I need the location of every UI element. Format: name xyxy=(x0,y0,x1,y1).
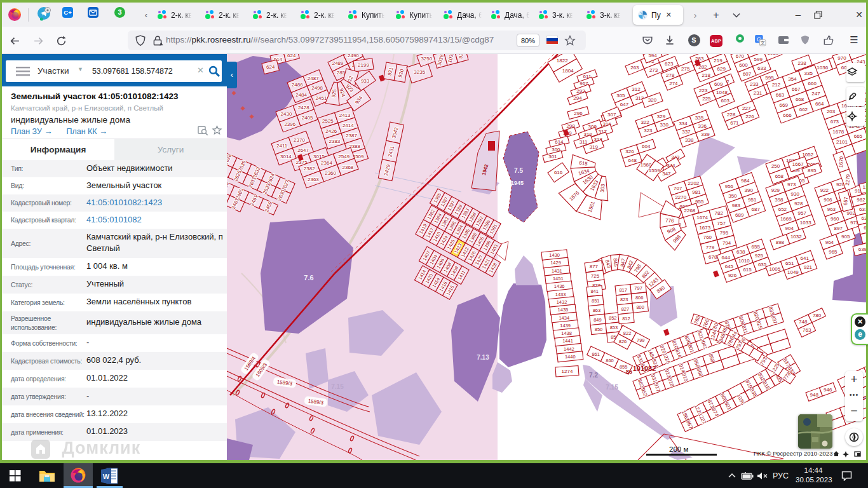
svg-text:841: 841 xyxy=(590,288,599,294)
svg-text:2279: 2279 xyxy=(844,173,851,186)
svg-text:929: 929 xyxy=(771,187,780,193)
svg-text:852: 852 xyxy=(609,315,617,321)
svg-text:274: 274 xyxy=(669,81,678,86)
svg-text:2364: 2364 xyxy=(321,160,332,166)
svg-text:1439: 1439 xyxy=(560,323,571,329)
svg-text:2430: 2430 xyxy=(281,111,292,117)
svg-text:1349: 1349 xyxy=(863,184,866,190)
svg-text:963: 963 xyxy=(827,207,836,212)
svg-text:678: 678 xyxy=(709,254,717,260)
svg-text:635: 635 xyxy=(758,262,767,268)
svg-text:984: 984 xyxy=(741,178,750,184)
svg-text:323: 323 xyxy=(644,128,653,133)
svg-text:725: 725 xyxy=(591,273,600,279)
svg-text:2368: 2368 xyxy=(342,165,354,170)
svg-text:599: 599 xyxy=(754,57,763,62)
svg-text:906: 906 xyxy=(824,197,832,203)
svg-text:1451: 1451 xyxy=(553,276,564,281)
svg-text:223: 223 xyxy=(699,88,708,93)
svg-text:860: 860 xyxy=(606,358,614,363)
svg-text:335: 335 xyxy=(695,115,704,121)
svg-text:973: 973 xyxy=(787,182,796,187)
svg-text:652: 652 xyxy=(778,207,787,212)
svg-text:1678: 1678 xyxy=(832,129,844,135)
svg-text:822: 822 xyxy=(623,330,632,336)
svg-text:85: 85 xyxy=(626,369,632,375)
svg-text:2414: 2414 xyxy=(342,123,354,128)
svg-text:1048: 1048 xyxy=(716,90,728,95)
svg-text:3014: 3014 xyxy=(280,154,292,159)
svg-text:338: 338 xyxy=(685,137,694,143)
svg-text:1670: 1670 xyxy=(838,156,845,168)
svg-text:329: 329 xyxy=(657,114,666,119)
svg-text:1033: 1033 xyxy=(800,220,811,226)
svg-text:2101: 2101 xyxy=(836,139,848,145)
svg-text:247: 247 xyxy=(811,91,820,97)
svg-text:748: 748 xyxy=(799,319,808,325)
svg-text:1440: 1440 xyxy=(565,354,576,360)
svg-text:311: 311 xyxy=(580,139,588,145)
svg-text:390: 390 xyxy=(745,187,754,193)
svg-text:218: 218 xyxy=(853,54,862,55)
svg-text:354: 354 xyxy=(788,76,797,82)
svg-text:3250: 3250 xyxy=(421,56,432,62)
svg-text:1669: 1669 xyxy=(780,216,792,222)
svg-text:227: 227 xyxy=(742,105,751,111)
svg-text:1673: 1673 xyxy=(699,225,710,231)
svg-text:336: 336 xyxy=(698,123,707,129)
svg-text:1945: 1945 xyxy=(511,180,524,186)
svg-text:2428: 2428 xyxy=(298,105,309,111)
svg-text:2405: 2405 xyxy=(302,115,313,121)
svg-text:2382: 2382 xyxy=(304,166,315,172)
svg-text:640: 640 xyxy=(864,225,866,231)
svg-text:623: 623 xyxy=(665,61,674,67)
svg-text:850: 850 xyxy=(595,327,603,332)
svg-text:928: 928 xyxy=(794,201,803,207)
svg-text:629: 629 xyxy=(717,66,726,72)
svg-text:648: 648 xyxy=(628,158,637,163)
svg-text:957: 957 xyxy=(798,210,807,216)
svg-text:905: 905 xyxy=(841,234,850,240)
svg-text:964: 964 xyxy=(825,240,834,245)
svg-text:671: 671 xyxy=(730,120,739,126)
svg-text:219: 219 xyxy=(714,58,722,64)
svg-text:337: 337 xyxy=(682,129,691,135)
svg-text:667: 667 xyxy=(792,86,801,92)
svg-text:1442: 1442 xyxy=(564,346,574,352)
svg-text:604: 604 xyxy=(642,144,651,149)
svg-text:817: 817 xyxy=(619,287,627,293)
svg-text:273: 273 xyxy=(649,67,658,73)
svg-text:2383: 2383 xyxy=(329,139,341,144)
svg-text:7.6: 7.6 xyxy=(304,274,313,281)
svg-text:1438: 1438 xyxy=(561,330,572,336)
svg-text:1433: 1433 xyxy=(555,292,566,297)
svg-text:797: 797 xyxy=(634,285,642,291)
svg-text:2484: 2484 xyxy=(295,92,307,98)
svg-text:861: 861 xyxy=(592,351,600,357)
svg-text:763: 763 xyxy=(803,327,811,333)
svg-text:689: 689 xyxy=(735,212,744,218)
svg-text:651: 651 xyxy=(785,261,794,266)
svg-text:960: 960 xyxy=(831,216,839,222)
svg-text:2202: 2202 xyxy=(688,180,700,186)
svg-text:594: 594 xyxy=(648,54,657,58)
svg-text:902: 902 xyxy=(847,210,856,216)
svg-text:7.15: 7.15 xyxy=(606,384,618,391)
svg-text:669: 669 xyxy=(780,102,789,108)
svg-text:2451: 2451 xyxy=(316,95,327,101)
svg-text:7.2: 7.2 xyxy=(589,372,598,379)
svg-text:1822: 1822 xyxy=(557,58,568,64)
svg-text:624: 624 xyxy=(266,64,275,70)
svg-text:1435: 1435 xyxy=(558,307,569,313)
svg-text:607: 607 xyxy=(743,71,752,77)
svg-text:301: 301 xyxy=(548,154,557,159)
svg-text:933: 933 xyxy=(361,78,370,84)
svg-text:877: 877 xyxy=(590,264,599,269)
svg-text:1559: 1559 xyxy=(649,168,660,173)
svg-text:1674: 1674 xyxy=(696,215,708,220)
svg-text:2360: 2360 xyxy=(325,170,336,176)
svg-text:898: 898 xyxy=(776,240,785,245)
svg-text:1036: 1036 xyxy=(817,65,828,71)
svg-text:760: 760 xyxy=(703,234,712,240)
svg-text:263: 263 xyxy=(630,65,639,71)
